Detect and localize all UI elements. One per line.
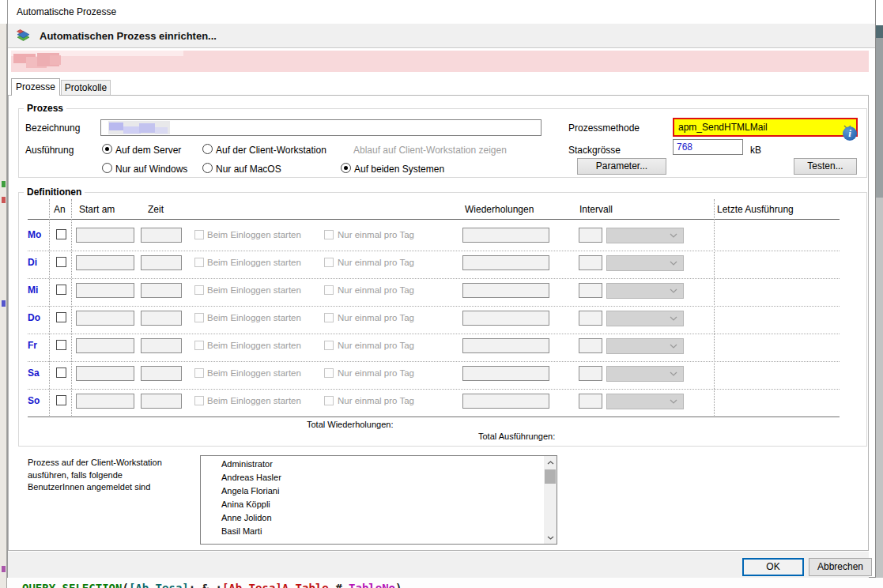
tab-protokolle[interactable]: Protokolle	[61, 80, 111, 96]
scrollbar-thumb[interactable]	[545, 469, 556, 484]
chevron-down-icon	[670, 288, 677, 293]
code-mark-blue	[2, 300, 6, 307]
table-row: Mo Beim Einloggen starten Nur einmal pro…	[28, 224, 840, 251]
intervall-input	[579, 366, 602, 381]
code-line: QUERY SELECTION([Ab Tesa]; & ;[Ab Tesa]A…	[22, 582, 402, 588]
code-paren: )	[395, 582, 402, 588]
user-list-item[interactable]: Basil Marti	[201, 525, 541, 538]
wiederholungen-input	[462, 255, 549, 270]
screen: Automatische Prozesse Automatischen Proz…	[0, 0, 883, 588]
table-row: Sa Beim Einloggen starten Nur einmal pro…	[28, 362, 840, 390]
code-operator: #	[329, 582, 349, 588]
day-active-checkbox[interactable]	[56, 312, 66, 322]
stackgroesse-input[interactable]: 768	[673, 139, 743, 155]
prozessmethode-dropdown[interactable]: apm_SendHTMLMail	[673, 118, 858, 137]
start-am-input	[76, 394, 134, 409]
nur-einmal-checkbox	[324, 368, 334, 378]
intervall-input	[579, 228, 602, 243]
radio-client-workstation[interactable]	[202, 144, 213, 154]
radio-nur-macos[interactable]	[202, 163, 213, 173]
nur-einmal-checkbox	[324, 285, 334, 295]
nur-einmal-label: Nur einmal pro Tag	[338, 368, 414, 378]
table-row: Fr Beim Einloggen starten Nur einmal pro…	[28, 334, 840, 362]
code-mark-purple	[2, 566, 6, 572]
tab-prozesse[interactable]: Prozesse	[11, 78, 60, 96]
day-label: Mi	[28, 285, 38, 296]
radio-beide-systeme[interactable]	[341, 163, 351, 173]
info-icon[interactable]	[843, 126, 857, 141]
day-label: So	[28, 395, 40, 406]
beim-einloggen-checkbox	[194, 285, 204, 295]
client-label-line3: BenutzerInnen angemeldet sind	[28, 481, 162, 494]
user-list-item[interactable]: Anne Jolidon	[201, 511, 541, 525]
code-field: [Ab Tesa]A Table	[222, 582, 329, 588]
chevron-down-icon	[670, 261, 677, 266]
bezeichnung-label: Bezeichnung	[25, 122, 80, 134]
wiederholungen-input	[462, 228, 549, 243]
user-list-item[interactable]: Angela Floriani	[201, 484, 541, 498]
day-active-checkbox[interactable]	[56, 285, 66, 295]
intervall-dropdown	[606, 228, 684, 243]
redacted-input-value	[139, 123, 155, 133]
scroll-down-icon[interactable]	[544, 531, 557, 544]
intervall-dropdown	[606, 283, 684, 299]
intervall-dropdown	[606, 255, 684, 271]
table-row: Mi Beim Einloggen starten Nur einmal pro…	[28, 279, 840, 307]
day-label: Sa	[28, 368, 40, 379]
app-icon	[16, 29, 31, 43]
intervall-input	[579, 283, 602, 298]
start-am-input	[76, 228, 134, 243]
testen-button[interactable]: Testen...	[794, 158, 857, 175]
nur-einmal-label: Nur einmal pro Tag	[338, 396, 414, 405]
zeit-input	[141, 338, 182, 353]
zeit-input	[141, 283, 182, 298]
start-am-input	[76, 283, 134, 298]
beim-einloggen-checkbox	[194, 368, 204, 378]
start-am-input	[76, 311, 134, 326]
intervall-dropdown	[606, 366, 684, 382]
parameter-button[interactable]: Parameter...	[577, 158, 666, 175]
day-label: Di	[28, 257, 37, 268]
day-label: Fr	[28, 340, 37, 351]
radio-auf-dem-server-label: Auf dem Server	[115, 145, 181, 156]
day-active-checkbox[interactable]	[56, 368, 66, 378]
intervall-dropdown	[606, 338, 684, 354]
nur-einmal-checkbox	[324, 341, 334, 350]
radio-nur-windows[interactable]	[102, 163, 112, 173]
day-active-checkbox[interactable]	[56, 229, 66, 239]
prozessmethode-value: apm_SendHTMLMail	[678, 122, 843, 133]
day-active-checkbox[interactable]	[56, 257, 66, 267]
background-editor-left-strip	[0, 0, 7, 588]
scroll-up-icon[interactable]	[544, 456, 557, 469]
day-active-checkbox[interactable]	[56, 395, 66, 405]
user-list-item[interactable]: Anina Köppli	[201, 498, 541, 511]
listbox-scrollbar[interactable]	[544, 456, 557, 544]
beim-einloggen-checkbox	[194, 341, 204, 350]
total-wiederholungen-label: Total Wiederholungen:	[307, 420, 393, 429]
day-active-checkbox[interactable]	[56, 340, 66, 350]
day-label: Do	[28, 312, 40, 323]
zeit-input	[141, 255, 182, 270]
zeit-input	[141, 228, 182, 243]
column-header-start-am: Start am	[79, 204, 115, 215]
dialog-header: Automatischen Prozess einrichten...	[8, 24, 875, 48]
column-header-zeit: Zeit	[148, 204, 164, 215]
user-list-item[interactable]: Andreas Hasler	[201, 471, 541, 484]
beim-einloggen-checkbox	[194, 230, 204, 239]
code-table: [Ab Tesa]	[129, 582, 189, 588]
beim-einloggen-checkbox	[194, 313, 204, 322]
code-variable: TableNo	[349, 582, 395, 588]
chevron-down-icon	[670, 371, 677, 376]
ok-button[interactable]: OK	[742, 558, 804, 576]
background-window-right-strip	[876, 0, 883, 588]
column-header-an: An	[54, 204, 66, 215]
intervall-input	[579, 311, 602, 326]
user-list-item[interactable]: Administrator	[201, 458, 541, 471]
beim-einloggen-label: Beim Einloggen starten	[207, 341, 301, 350]
chevron-down-icon	[670, 399, 677, 404]
intervall-dropdown	[606, 394, 684, 409]
cancel-button[interactable]: Abbrechen	[809, 558, 872, 576]
beim-einloggen-label: Beim Einloggen starten	[207, 368, 301, 378]
radio-auf-dem-server[interactable]	[102, 144, 112, 154]
chevron-down-icon	[670, 316, 677, 321]
